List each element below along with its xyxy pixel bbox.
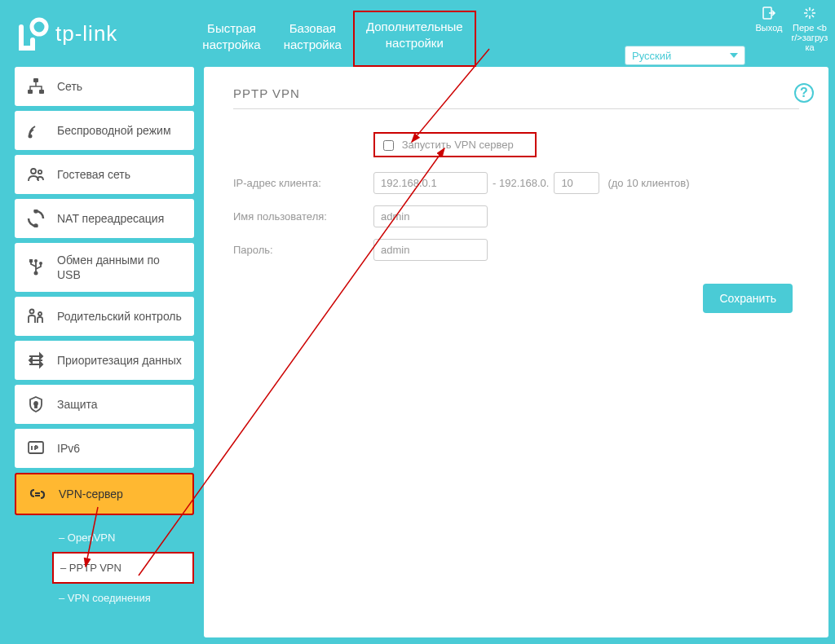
divider — [233, 108, 799, 109]
logo-icon — [15, 15, 51, 51]
logo: tp-link — [15, 15, 117, 51]
vpn-icon — [28, 484, 47, 504]
svg-point-20 — [39, 262, 42, 265]
logo-text: tp-link — [55, 21, 117, 46]
svg-rect-10 — [33, 78, 38, 82]
svg-rect-26 — [29, 442, 43, 453]
content: ? PPTP VPN Запустить VPN сервер IP-адрес… — [204, 67, 828, 637]
logout-button[interactable]: Выход — [750, 5, 788, 52]
svg-point-14 — [31, 169, 36, 174]
logout-icon — [750, 5, 788, 21]
main: Сеть Беспроводной режим Гостевая сеть NA… — [0, 67, 835, 644]
svg-point-22 — [30, 310, 34, 314]
svg-point-15 — [38, 170, 42, 174]
chevron-down-icon — [730, 53, 738, 58]
header-buttons: Выход Пере <br/>загрузка — [750, 5, 828, 52]
svg-point-0 — [32, 20, 46, 34]
svg-line-5 — [812, 15, 815, 18]
submenu-openvpn[interactable]: OpenVPN — [52, 523, 194, 552]
sidebar-item-wireless[interactable]: Беспроводной режим — [15, 111, 194, 150]
svg-point-21 — [34, 271, 38, 276]
header: tp-link Быстрая настройка Базовая настро… — [0, 0, 835, 67]
enable-vpn-row: Запустить VPN сервер — [373, 132, 537, 157]
sidebar-item-security[interactable]: Защита — [15, 385, 194, 424]
svg-rect-11 — [28, 90, 33, 94]
svg-line-3 — [812, 9, 815, 11]
guest-icon — [26, 165, 46, 184]
password-input[interactable] — [373, 239, 488, 261]
sidebar-item-network[interactable]: Сеть — [15, 67, 194, 106]
ip-start-input[interactable] — [373, 172, 488, 194]
svg-line-9 — [806, 9, 808, 11]
save-button[interactable]: Сохранить — [703, 284, 793, 313]
reboot-icon — [791, 5, 828, 21]
sidebar-item-ipv6[interactable]: IPv6 — [15, 429, 194, 468]
sidebar-item-qos[interactable]: Приоритезация данных — [15, 341, 194, 380]
usb-icon — [26, 258, 46, 277]
sidebar-item-vpn[interactable]: VPN-сервер — [15, 473, 194, 515]
tab-basic[interactable]: Базовая настройка — [272, 14, 353, 67]
sidebar: Сеть Беспроводной режим Гостевая сеть NA… — [0, 67, 204, 644]
password-row: Пароль: — [233, 239, 799, 261]
enable-vpn-checkbox[interactable] — [383, 140, 394, 151]
ip-end-input[interactable] — [554, 172, 599, 194]
svg-rect-12 — [39, 90, 44, 94]
password-label: Пароль: — [233, 244, 373, 256]
enable-vpn-label: Запустить VPN сервер — [402, 139, 514, 151]
language-select[interactable]: Русский — [625, 46, 745, 65]
vpn-submenu: OpenVPN PPTP VPN VPN соединения — [15, 520, 194, 615]
svg-point-13 — [29, 135, 32, 138]
sidebar-item-usb[interactable]: Обмен данными по USB — [15, 243, 194, 292]
section-title: PPTP VPN — [233, 86, 799, 100]
svg-point-16 — [35, 210, 38, 213]
svg-point-17 — [35, 225, 38, 227]
sidebar-item-guest[interactable]: Гостевая сеть — [15, 155, 194, 194]
tab-quick-setup[interactable]: Быстрая настройка — [191, 14, 272, 67]
submenu-pptp[interactable]: PPTP VPN — [52, 552, 194, 584]
wireless-icon — [26, 121, 46, 140]
ip-hint: (до 10 клиентов) — [607, 177, 689, 189]
sidebar-item-parental[interactable]: Родительский контроль — [15, 297, 194, 336]
ip-range-prefix: - 192.168.0. — [493, 177, 549, 189]
username-row: Имя пользователя: — [233, 205, 799, 227]
language-value: Русский — [632, 50, 671, 62]
network-icon — [26, 77, 46, 96]
sidebar-item-nat[interactable]: NAT переадресация — [15, 199, 194, 238]
svg-point-23 — [38, 312, 42, 315]
svg-rect-19 — [29, 259, 33, 262]
svg-rect-25 — [35, 404, 37, 408]
tab-advanced[interactable]: Дополнительные настройки — [353, 11, 476, 67]
qos-icon — [26, 351, 46, 370]
help-icon[interactable]: ? — [794, 83, 814, 103]
nav-tabs: Быстрая настройка Базовая настройка Допо… — [191, 0, 475, 67]
shield-icon — [26, 395, 46, 414]
submenu-vpn-connections[interactable]: VPN соединения — [52, 584, 194, 612]
parental-icon — [26, 307, 46, 326]
ip-row: IP-адрес клиента: - 192.168.0. (до 10 кл… — [233, 172, 799, 194]
reboot-button[interactable]: Пере <br/>загрузка — [791, 5, 828, 52]
ip-label: IP-адрес клиента: — [233, 177, 373, 189]
svg-line-7 — [806, 15, 808, 18]
username-label: Имя пользователя: — [233, 210, 373, 223]
ipv6-icon — [26, 439, 46, 458]
nat-icon — [26, 209, 46, 228]
username-input[interactable] — [373, 205, 488, 227]
